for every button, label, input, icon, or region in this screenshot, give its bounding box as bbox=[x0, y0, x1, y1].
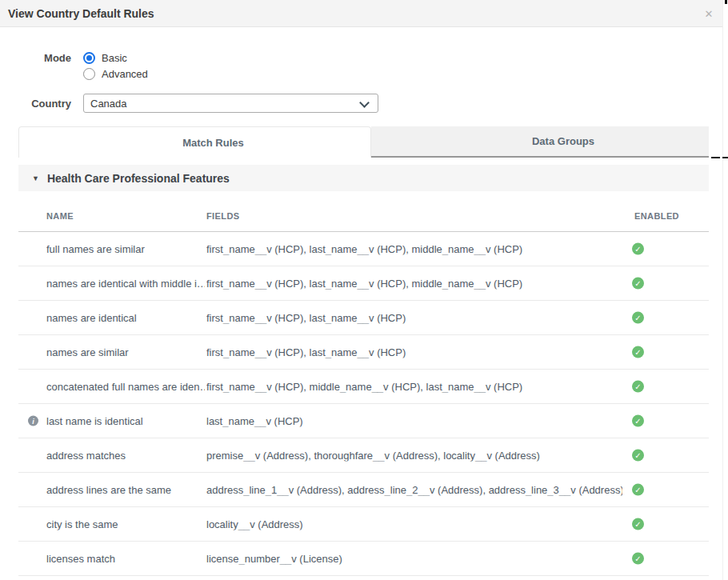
rule-name: names are similar bbox=[46, 346, 205, 358]
table-row: i address lines are the same address_lin… bbox=[18, 473, 709, 507]
table-row: i names are identical first_name__v (HCP… bbox=[18, 301, 709, 335]
enabled-check-icon: ✓ bbox=[632, 553, 644, 565]
column-header-name: NAME bbox=[46, 211, 74, 221]
tab-match-rules-label: Match Rules bbox=[182, 137, 244, 149]
rule-name: names are identical bbox=[46, 312, 205, 324]
tab-bar: Match Rules Data Groups bbox=[0, 126, 723, 158]
rule-name: names are identical with middle i… bbox=[46, 278, 205, 290]
rule-name: full names are similar bbox=[46, 243, 205, 255]
table-header-row: NAME FIELDS ENABLED bbox=[18, 200, 709, 232]
rule-fields: first_name__v (HCP), last_name__v (HCP) bbox=[206, 346, 622, 358]
mode-label: Mode bbox=[0, 52, 71, 64]
table-row: i full names are similar first_name__v (… bbox=[18, 232, 709, 266]
rule-fields: premise__v (Address), thoroughfare__v (A… bbox=[206, 450, 622, 462]
rule-name: last name is identical bbox=[46, 415, 205, 427]
page-background: View Country Default Rules ✕ Mode Basic … bbox=[0, 0, 728, 580]
country-select-value: Canada bbox=[90, 98, 127, 110]
enabled-check-icon: ✓ bbox=[632, 278, 644, 290]
match-rules-table: NAME FIELDS ENABLED i full names are sim… bbox=[18, 200, 709, 576]
tab-match-rules[interactable]: Match Rules bbox=[18, 126, 371, 158]
tab-data-groups-label: Data Groups bbox=[532, 135, 594, 147]
section-hcp-features[interactable]: ▼ Health Care Professional Features bbox=[18, 165, 709, 191]
table-row: i concatenated full names are iden… firs… bbox=[18, 370, 709, 404]
rule-name: city is the same bbox=[46, 518, 205, 530]
rule-fields: first_name__v (HCP), middle_name__v (HCP… bbox=[206, 381, 622, 393]
modal-header: View Country Default Rules ✕ bbox=[0, 0, 722, 27]
table-row: i licenses match license_number__v (Lice… bbox=[18, 542, 709, 576]
rule-name: address lines are the same bbox=[46, 484, 205, 496]
enabled-check-icon: ✓ bbox=[632, 381, 644, 393]
rule-name: licenses match bbox=[46, 553, 205, 565]
enabled-check-icon: ✓ bbox=[632, 484, 644, 496]
rule-fields: first_name__v (HCP), last_name__v (HCP),… bbox=[206, 243, 622, 255]
tab-data-groups[interactable]: Data Groups bbox=[371, 126, 709, 158]
enabled-check-icon: ✓ bbox=[632, 312, 644, 324]
radio-advanced-icon[interactable] bbox=[83, 68, 95, 80]
mode-option-advanced-label[interactable]: Advanced bbox=[102, 68, 148, 80]
mode-option-basic-label[interactable]: Basic bbox=[102, 52, 127, 64]
enabled-check-icon: ✓ bbox=[632, 518, 644, 530]
screen-edge-artifact bbox=[711, 157, 720, 158]
column-header-fields: FIELDS bbox=[206, 211, 240, 221]
rule-fields: first_name__v (HCP), last_name__v (HCP) bbox=[206, 312, 622, 324]
enabled-check-icon: ✓ bbox=[632, 450, 644, 462]
screen-edge-artifact bbox=[722, 157, 728, 158]
radio-basic-selected-icon[interactable] bbox=[83, 52, 95, 64]
enabled-check-icon: ✓ bbox=[632, 346, 644, 358]
rule-name: address matches bbox=[46, 450, 205, 462]
enabled-check-icon: ✓ bbox=[632, 415, 644, 427]
section-title: Health Care Professional Features bbox=[47, 172, 230, 185]
column-header-enabled: ENABLED bbox=[634, 211, 679, 221]
close-icon[interactable]: ✕ bbox=[702, 7, 716, 19]
table-row: i last name is identical last_name__v (H… bbox=[18, 404, 709, 438]
screen-edge-artifact bbox=[725, 0, 727, 4]
mode-radio-group: Basic Advanced bbox=[83, 50, 148, 82]
table-row: i address matches premise__v (Address), … bbox=[18, 438, 709, 473]
rule-fields: first_name__v (HCP), last_name__v (HCP),… bbox=[206, 278, 622, 290]
table-body: i full names are similar first_name__v (… bbox=[18, 232, 709, 576]
modal-title: View Country Default Rules bbox=[0, 7, 154, 20]
mode-option-basic[interactable]: Basic bbox=[83, 50, 148, 66]
rule-fields: address_line_1__v (Address), address_lin… bbox=[206, 484, 622, 496]
country-label: Country bbox=[0, 98, 71, 110]
chevron-down-icon bbox=[359, 98, 370, 108]
mode-option-advanced[interactable]: Advanced bbox=[83, 66, 148, 82]
table-row: i names are identical with middle i… fir… bbox=[18, 266, 709, 301]
info-icon[interactable]: i bbox=[28, 416, 38, 426]
rule-name: concatenated full names are iden… bbox=[46, 381, 205, 393]
collapse-caret-icon[interactable]: ▼ bbox=[32, 174, 39, 182]
view-country-default-rules-modal: View Country Default Rules ✕ Mode Basic … bbox=[0, 0, 723, 580]
rule-fields: locality__v (Address) bbox=[206, 518, 622, 530]
table-row: i names are similar first_name__v (HCP),… bbox=[18, 335, 709, 370]
country-select[interactable]: Canada bbox=[83, 94, 378, 113]
rule-fields: last_name__v (HCP) bbox=[206, 415, 622, 427]
rule-fields: license_number__v (License) bbox=[206, 553, 622, 565]
table-row: i city is the same locality__v (Address)… bbox=[18, 507, 709, 542]
enabled-check-icon: ✓ bbox=[632, 243, 644, 255]
